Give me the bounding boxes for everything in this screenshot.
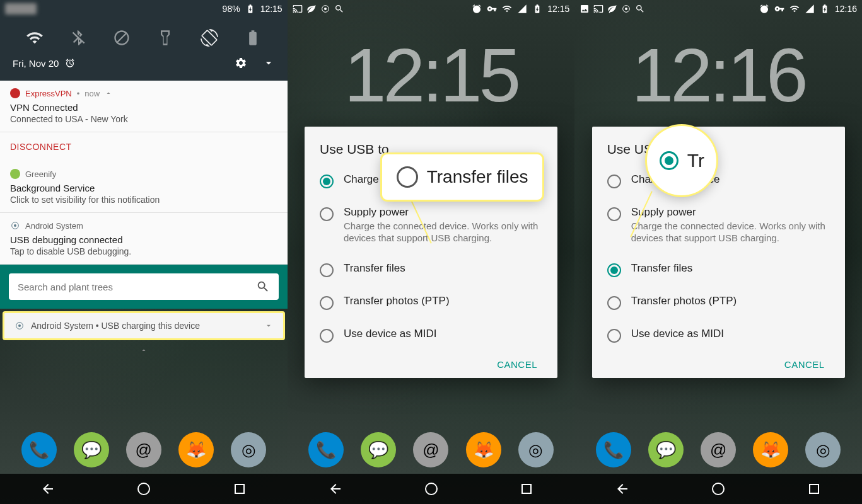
carrier-blur bbox=[5, 3, 37, 14]
back-button[interactable] bbox=[615, 481, 630, 496]
callout-radio-icon bbox=[397, 166, 418, 188]
battery-percent: 98% bbox=[223, 4, 240, 14]
notification-usb-debug[interactable]: Android System USB debugging connected T… bbox=[0, 213, 288, 265]
radio-charge[interactable]: Charge this device bbox=[592, 164, 845, 197]
system-icon bbox=[15, 321, 25, 331]
cancel-button[interactable]: CANCEL bbox=[777, 354, 832, 375]
svg-point-12 bbox=[713, 483, 724, 495]
radio-button bbox=[320, 329, 334, 343]
back-button[interactable] bbox=[40, 481, 55, 496]
chevron-up-icon bbox=[137, 346, 150, 354]
phone-app-icon[interactable]: 📞 bbox=[21, 432, 57, 467]
auto-rotate-icon[interactable] bbox=[201, 29, 218, 47]
callout-text: Tr bbox=[687, 150, 704, 171]
flashlight-off-icon[interactable] bbox=[156, 29, 174, 47]
radio-button bbox=[320, 207, 334, 221]
radio-button bbox=[607, 175, 621, 188]
search-icon[interactable] bbox=[256, 280, 270, 294]
radio-button bbox=[320, 263, 334, 277]
recents-button[interactable] bbox=[232, 481, 247, 496]
radio-label: Transfer photos (PTP) bbox=[631, 295, 830, 307]
callout-transfer-files: Transfer files bbox=[382, 154, 543, 200]
radio-transfer-photos[interactable]: Transfer photos (PTP) bbox=[305, 286, 557, 319]
svg-point-8 bbox=[426, 483, 437, 495]
phone-usb-dialog-selected: 12:16 12:16 Use USB to Charge this devic… bbox=[574, 0, 862, 504]
expressvpn-icon bbox=[10, 88, 20, 98]
usb-dialog: Use USB to Charge this device Supply pow… bbox=[592, 127, 845, 378]
back-button[interactable] bbox=[328, 481, 343, 496]
svg-point-0 bbox=[14, 224, 16, 227]
messages-app-icon[interactable]: 💬 bbox=[74, 432, 109, 467]
app-icon[interactable]: ◎ bbox=[231, 432, 266, 467]
search-input[interactable] bbox=[18, 282, 250, 292]
battery-charging-icon bbox=[245, 4, 255, 14]
chevron-down-icon[interactable] bbox=[262, 57, 275, 69]
search-container bbox=[0, 265, 288, 309]
recents-button[interactable] bbox=[519, 481, 534, 496]
notif-body: Tap to disable USB debugging. bbox=[10, 246, 277, 256]
notification-greenify[interactable]: Greenify Background Service Click to set… bbox=[0, 161, 288, 213]
greenify-icon bbox=[10, 169, 20, 179]
radio-supply-power[interactable]: Supply powerCharge the connected device.… bbox=[305, 197, 557, 253]
search-box[interactable] bbox=[9, 273, 279, 300]
mail-app-icon[interactable]: @ bbox=[126, 432, 161, 467]
cancel-button[interactable]: CANCEL bbox=[489, 354, 545, 375]
radio-button bbox=[607, 296, 621, 310]
navigation-bar bbox=[0, 474, 288, 504]
notif-app-name: Greenify bbox=[25, 169, 56, 179]
svg-point-4 bbox=[138, 483, 149, 495]
disconnect-button[interactable]: DISCONNECT bbox=[10, 142, 72, 152]
notif-body: Connected to USA - New York bbox=[10, 114, 277, 124]
radio-supply-power[interactable]: Supply powerCharge the connected device.… bbox=[592, 197, 845, 253]
radio-midi[interactable]: Use device as MIDI bbox=[592, 319, 845, 352]
radio-button bbox=[607, 263, 621, 277]
wifi-icon[interactable] bbox=[26, 29, 44, 47]
radio-button bbox=[607, 207, 621, 221]
dock: 📞 💬 @ 🦊 ◎ bbox=[0, 426, 288, 474]
notif-body: Click to set visibility for this notific… bbox=[10, 195, 277, 205]
radio-button bbox=[320, 175, 334, 188]
radio-label: Transfer files bbox=[631, 262, 830, 275]
notif-title: Background Service bbox=[10, 183, 277, 193]
gear-icon[interactable] bbox=[235, 57, 247, 69]
home-button[interactable] bbox=[711, 481, 726, 496]
radio-subtitle: Charge the connected device. Works only … bbox=[631, 220, 830, 244]
home-button[interactable] bbox=[424, 481, 439, 496]
notification-vpn[interactable]: ExpressVPN • now VPN Connected Connected… bbox=[0, 81, 288, 132]
dnd-off-icon[interactable] bbox=[113, 29, 131, 47]
notif-time: now bbox=[84, 89, 100, 98]
radio-button bbox=[320, 296, 334, 310]
svg-rect-5 bbox=[235, 484, 244, 493]
callout-radio-selected-icon bbox=[660, 151, 679, 170]
date-text: Fri, Nov 20 bbox=[13, 58, 59, 69]
notification-action: DISCONNECT bbox=[0, 132, 288, 161]
dialog-title: Use USB to bbox=[592, 142, 845, 164]
firefox-app-icon[interactable]: 🦊 bbox=[178, 432, 214, 467]
home-button[interactable] bbox=[136, 481, 151, 496]
notification-usb-charging[interactable]: Android System • USB charging this devic… bbox=[3, 311, 285, 340]
notif-app-name: ExpressVPN bbox=[25, 89, 72, 98]
radio-label: Use device as MIDI bbox=[344, 328, 542, 340]
radio-transfer-files[interactable]: Transfer files bbox=[305, 253, 557, 286]
svg-rect-9 bbox=[522, 484, 531, 493]
chevron-down-icon bbox=[264, 321, 273, 330]
radio-button bbox=[607, 329, 621, 343]
callout-text: Transfer files bbox=[427, 167, 528, 187]
system-icon bbox=[10, 220, 20, 231]
radio-transfer-photos[interactable]: Transfer photos (PTP) bbox=[592, 286, 845, 319]
battery-icon[interactable] bbox=[244, 29, 262, 47]
alarm-icon bbox=[65, 58, 75, 68]
recents-button[interactable] bbox=[807, 481, 822, 496]
shade-handle[interactable] bbox=[0, 343, 288, 359]
notif-title: USB debugging connected bbox=[10, 234, 277, 245]
radio-midi[interactable]: Use device as MIDI bbox=[305, 319, 557, 352]
phone-usb-dialog-unselected: 12:15 12:15 Use USB to Charge this devic… bbox=[288, 0, 575, 504]
navigation-bar bbox=[288, 474, 575, 504]
callout-transfer-selected: Tr bbox=[647, 126, 716, 195]
radio-label: Supply power bbox=[344, 206, 542, 219]
radio-transfer-files[interactable]: Transfer files bbox=[592, 253, 845, 286]
notif-app-name: Android System bbox=[25, 221, 83, 231]
bluetooth-off-icon[interactable] bbox=[69, 29, 87, 47]
phone-notification-shade: 98% 12:15 Fri, Nov 20 Exp bbox=[0, 0, 288, 504]
notif-title: VPN Connected bbox=[10, 102, 277, 113]
